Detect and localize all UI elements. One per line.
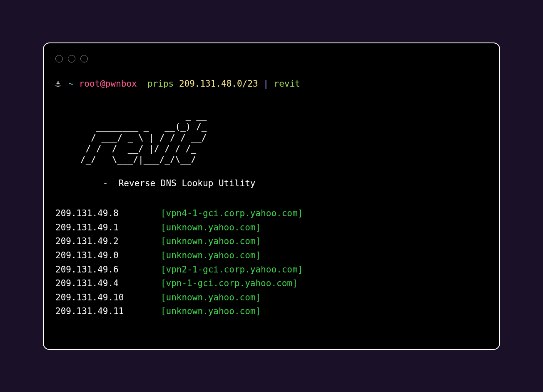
- result-hostname: [unknown.yahoo.com]: [161, 222, 261, 232]
- result-row: 209.131.49.10 [unknown.yahoo.com]: [55, 291, 488, 305]
- result-row: 209.131.49.1 [unknown.yahoo.com]: [55, 221, 488, 235]
- command-revit: revit: [274, 79, 300, 89]
- result-hostname: [unknown.yahoo.com]: [161, 250, 261, 260]
- result-hostname: [unknown.yahoo.com]: [161, 236, 261, 246]
- result-row: 209.131.49.4 [vpn-1-gci.corp.yahoo.com]: [55, 277, 488, 291]
- result-hostname: [vpn2-1-gci.corp.yahoo.com]: [161, 265, 303, 275]
- result-ip: 209.131.49.10: [55, 292, 161, 302]
- terminal-window: ⚓ ~ root@pwnbox prips 209.131.48.0/23 | …: [43, 42, 500, 350]
- command-args: 209.131.48.0/23: [179, 79, 258, 89]
- result-row: 209.131.49.0 [unknown.yahoo.com]: [55, 249, 488, 263]
- result-ip: 209.131.49.2: [55, 236, 161, 246]
- result-ip: 209.131.49.8: [55, 208, 161, 218]
- window-controls: [55, 55, 488, 62]
- anchor-icon: ⚓: [55, 79, 61, 89]
- results-list: 209.131.49.8 [vpn4-1-gci.corp.yahoo.com]…: [55, 207, 488, 319]
- result-hostname: [unknown.yahoo.com]: [161, 306, 261, 316]
- pipe-symbol: |: [263, 79, 269, 89]
- result-hostname: [vpn-1-gci.corp.yahoo.com]: [161, 278, 298, 288]
- prompt-line[interactable]: ⚓ ~ root@pwnbox prips 209.131.48.0/23 | …: [55, 77, 488, 91]
- result-row: 209.131.49.11 [unknown.yahoo.com]: [55, 305, 488, 319]
- window-minimize-button[interactable]: [68, 55, 75, 62]
- result-row: 209.131.49.8 [vpn4-1-gci.corp.yahoo.com]: [55, 207, 488, 221]
- prompt-tilde: ~: [68, 79, 74, 89]
- result-ip: 209.131.49.4: [55, 278, 161, 288]
- result-ip: 209.131.49.1: [55, 222, 161, 232]
- ascii-logo: _ __ ________ _ __(_) /_ / ___/ _ \ | / …: [80, 110, 488, 165]
- window-maximize-button[interactable]: [80, 55, 88, 62]
- window-close-button[interactable]: [55, 55, 63, 62]
- prompt-user-host: root@pwnbox: [79, 79, 137, 89]
- result-ip: 209.131.49.0: [55, 250, 161, 260]
- result-ip: 209.131.49.6: [55, 265, 161, 275]
- command-prips: prips: [147, 79, 174, 89]
- app-subtitle: - Reverse DNS Lookup Utility: [55, 178, 488, 188]
- result-hostname: [unknown.yahoo.com]: [161, 292, 261, 302]
- result-ip: 209.131.49.11: [55, 306, 161, 316]
- result-row: 209.131.49.6 [vpn2-1-gci.corp.yahoo.com]: [55, 263, 488, 277]
- result-row: 209.131.49.2 [unknown.yahoo.com]: [55, 235, 488, 249]
- result-hostname: [vpn4-1-gci.corp.yahoo.com]: [161, 208, 303, 218]
